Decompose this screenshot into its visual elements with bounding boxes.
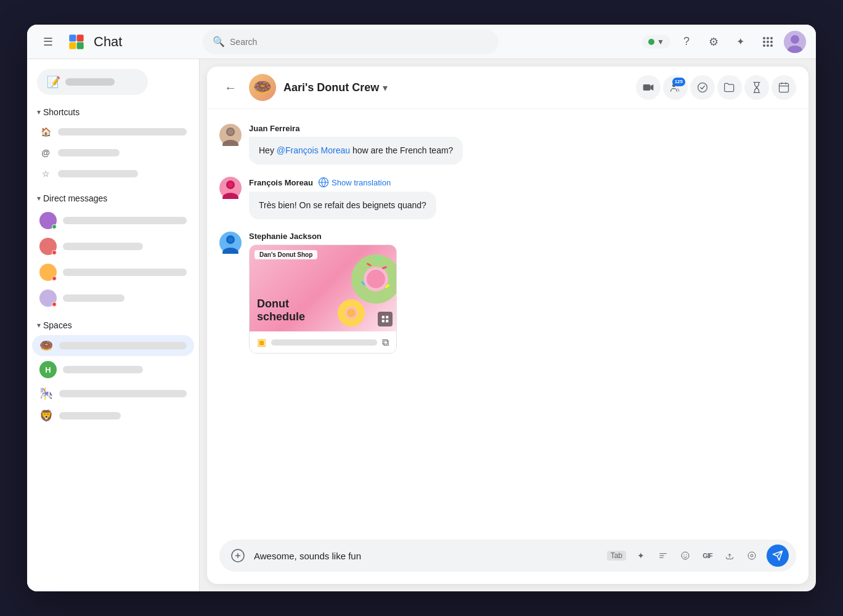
chat-header-actions: 125 <box>636 75 796 100</box>
new-chat-button[interactable]: 📝 <box>37 69 148 95</box>
sidebar-item-dm-1[interactable] <box>32 208 194 233</box>
search-input[interactable] <box>230 37 489 47</box>
message-bubble-juan: Hey @François Moreau how are the French … <box>249 137 463 164</box>
sparkle-icon[interactable]: ✦ <box>730 31 752 53</box>
group-name-chevron: ▾ <box>383 82 388 94</box>
copy-button[interactable]: ⧉ <box>382 337 389 348</box>
svg-point-48 <box>347 309 356 317</box>
input-actions: ✦ GIF <box>631 546 762 565</box>
svg-rect-49 <box>382 316 385 318</box>
sparkle-input-icon[interactable]: ✦ <box>631 546 651 565</box>
dm-3-label-bar <box>63 269 187 276</box>
spaces-section-header[interactable]: ▾ Spaces <box>32 318 194 333</box>
group-name-container[interactable]: Aari's Donut Crew ▾ <box>283 81 388 94</box>
sidebar-item-space-lion[interactable]: 🦁 <box>32 405 194 426</box>
avatar-francois <box>219 177 242 219</box>
svg-point-12 <box>770 44 773 47</box>
card-title-bar <box>271 339 377 346</box>
sidebar-item-starred[interactable]: ☆ <box>32 164 194 184</box>
svg-rect-1 <box>77 34 84 41</box>
mention-icon[interactable] <box>742 546 762 565</box>
svg-point-58 <box>686 554 686 555</box>
shortcuts-section-header[interactable]: ▾ Shortcuts <box>32 105 194 120</box>
space-carousel-icon: 🎠 <box>39 387 53 400</box>
svg-point-60 <box>751 554 753 557</box>
dm-chevron: ▾ <box>37 194 41 203</box>
dm-avatar-2 <box>39 238 57 255</box>
status-dot <box>648 39 654 45</box>
card-text: Donut schedule <box>257 298 305 324</box>
sidebar-item-space-h[interactable]: H <box>32 357 194 382</box>
svg-point-28 <box>227 129 234 135</box>
space-donut-label-bar <box>59 342 187 349</box>
dm-avatar-1 <box>39 212 57 229</box>
message-group-stephanie: Stephanie Jackson <box>219 232 796 354</box>
message-content-juan: Juan Ferreira Hey @François Moreau how a… <box>249 124 796 164</box>
dm-avatar-3 <box>39 264 57 281</box>
settings-icon[interactable]: ⚙ <box>702 31 725 53</box>
sidebar-item-mentions[interactable]: @ <box>32 143 194 163</box>
sidebar-item-dm-4[interactable] <box>32 286 194 310</box>
svg-point-8 <box>767 41 769 43</box>
shortcuts-title: Shortcuts <box>43 107 79 117</box>
dm-2-label-bar <box>63 243 143 250</box>
translate-button[interactable]: Show translation <box>318 177 391 188</box>
svg-rect-3 <box>77 42 84 49</box>
shop-badge: Dan's Donut Shop <box>255 250 317 259</box>
svg-rect-51 <box>382 320 385 322</box>
group-avatar: 🍩 <box>249 74 276 101</box>
dm-4-label-bar <box>63 294 124 302</box>
sender-juan: Juan Ferreira <box>249 124 299 133</box>
svg-rect-50 <box>386 316 388 318</box>
app-title: Chat <box>94 34 122 50</box>
dm-status-3 <box>52 276 57 281</box>
user-avatar[interactable] <box>784 31 806 53</box>
message-header-francois: François Moreau Show translation <box>249 177 796 188</box>
folder-button[interactable] <box>717 75 742 100</box>
hourglass-button[interactable] <box>744 75 769 100</box>
text-format-icon[interactable] <box>653 546 673 565</box>
svg-rect-21 <box>780 83 789 92</box>
shortcuts-chevron: ▾ <box>37 108 41 116</box>
sidebar-item-space-carousel[interactable]: 🎠 <box>32 383 194 404</box>
hamburger-icon[interactable]: ☰ <box>37 31 59 53</box>
grid-icon[interactable] <box>757 31 779 53</box>
card-image-btn[interactable] <box>378 312 393 326</box>
donut-card[interactable]: Dan's Donut Shop Donut schedule <box>249 245 397 354</box>
emoji-icon[interactable] <box>675 546 695 565</box>
browser-window: ☰ Chat 🔍 ▼ ? ⚙ ✦ <box>27 25 816 591</box>
chat-messages: Juan Ferreira Hey @François Moreau how a… <box>207 109 808 532</box>
video-call-button[interactable] <box>636 75 661 100</box>
help-icon[interactable]: ? <box>675 31 698 53</box>
status-indicator[interactable]: ▼ <box>642 35 670 49</box>
space-h-label-bar <box>63 366 143 373</box>
message-input[interactable] <box>254 551 602 561</box>
sidebar-item-dm-3[interactable] <box>32 260 194 285</box>
sidebar-item-space-donut[interactable]: 🍩 <box>32 335 194 356</box>
space-donut-icon: 🍩 <box>39 339 53 352</box>
search-bar[interactable]: 🔍 <box>203 30 499 54</box>
contacts-button[interactable]: 125 <box>663 75 688 100</box>
donut-small-svg <box>336 298 367 328</box>
svg-point-56 <box>682 552 689 559</box>
attach-button[interactable] <box>227 545 249 567</box>
svg-rect-2 <box>69 42 76 49</box>
dm-avatar-4 <box>39 290 57 307</box>
upload-icon[interactable] <box>720 546 739 565</box>
checkmark-button[interactable] <box>690 75 715 100</box>
card-type-icon: ▣ <box>257 336 266 348</box>
app-logo <box>67 32 86 52</box>
sender-stephanie: Stephanie Jackson <box>249 232 322 241</box>
gif-icon[interactable]: GIF <box>698 546 717 565</box>
calendar-button[interactable] <box>772 75 796 100</box>
sidebar-item-dm-2[interactable] <box>32 234 194 259</box>
chat-header: ← 🍩 Aari's Donut Crew ▾ <box>207 67 808 109</box>
svg-point-4 <box>763 37 765 39</box>
direct-messages-section-header[interactable]: ▾ Direct messages <box>32 191 194 206</box>
sidebar-item-home[interactable]: 🏠 <box>32 122 194 142</box>
message-group-francois: François Moreau Show translation Très bi… <box>219 177 796 219</box>
back-button[interactable]: ← <box>219 76 242 99</box>
card-footer: ▣ ⧉ <box>250 331 396 353</box>
dm-1-label-bar <box>63 217 187 224</box>
send-button[interactable] <box>767 545 789 567</box>
